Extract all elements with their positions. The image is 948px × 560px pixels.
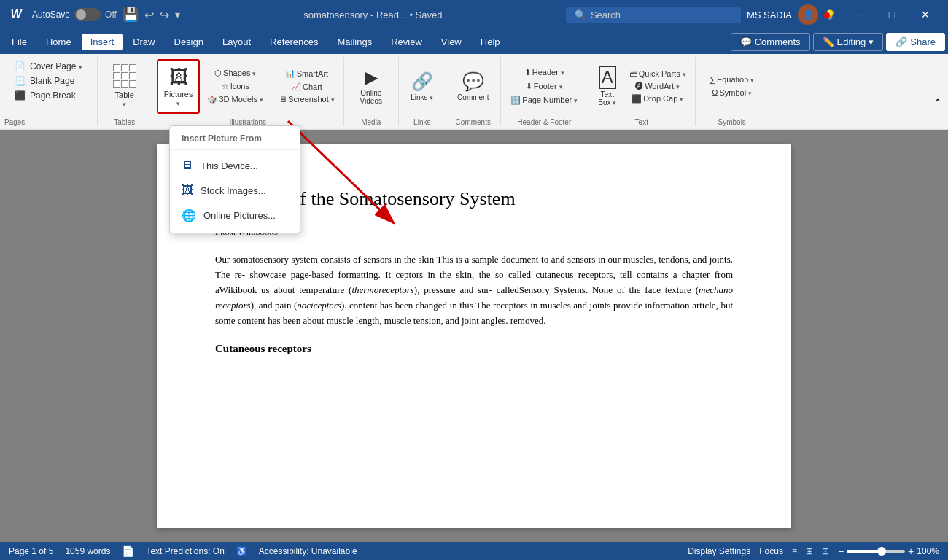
- zoom-level: 100%: [917, 546, 939, 556]
- zoom-minus[interactable]: −: [838, 545, 844, 557]
- search-input[interactable]: [591, 9, 722, 20]
- customize-icon[interactable]: ▾: [175, 9, 180, 20]
- share-button[interactable]: 🔗 Share: [886, 33, 945, 51]
- document-heading2: Cutaneous receptors: [215, 343, 733, 355]
- ribbon-collapse-button[interactable]: ⌃: [933, 97, 942, 109]
- minimize-button[interactable]: ─: [842, 0, 875, 29]
- redo-icon[interactable]: ↪: [160, 8, 169, 22]
- illustration-col: ⬡ Shapes ▾ ☆ Icons 🎲 3D Models ▾: [203, 67, 268, 106]
- notif-badge: [824, 12, 830, 18]
- avatar: 👤: [798, 4, 818, 25]
- zoom-slider-knob: [877, 547, 886, 556]
- footer-button[interactable]: ⬇ Footer ▾: [506, 80, 582, 93]
- display-settings[interactable]: Display Settings: [688, 546, 750, 556]
- comments-button[interactable]: 💬 Comments: [731, 33, 810, 51]
- header-button[interactable]: ⬆ Header ▾: [506, 66, 582, 79]
- menu-references[interactable]: References: [261, 34, 327, 50]
- smartart-button[interactable]: 📊 SmartArt: [274, 67, 339, 79]
- pictures-button[interactable]: 🖼 Pictures ▾: [157, 59, 201, 114]
- status-right: Display Settings Focus ≡ ⊞ ⊡ − + 100%: [688, 545, 939, 557]
- online-pictures-icon: 🌐: [182, 209, 196, 222]
- chart-button[interactable]: 📈 Chart: [274, 80, 339, 93]
- maximize-button[interactable]: □: [875, 0, 909, 29]
- links-icon: 🔗: [411, 71, 433, 92]
- ribbon-group-tables: Table ▾ Tables: [98, 57, 152, 126]
- screenshot-button[interactable]: 🖥 Screenshot ▾: [274, 93, 339, 105]
- close-button[interactable]: ✕: [909, 0, 942, 29]
- symbol-button[interactable]: Ω Symbol ▾: [705, 87, 758, 98]
- menu-insert[interactable]: Insert: [82, 34, 123, 50]
- menu-help[interactable]: Help: [472, 34, 509, 50]
- stock-images-icon: 🖼: [182, 184, 193, 197]
- online-videos-button[interactable]: ▶ OnlineVideos: [356, 61, 386, 112]
- menu-review[interactable]: Review: [382, 34, 431, 50]
- view-icon1[interactable]: ≡: [792, 546, 797, 556]
- links-button[interactable]: 🔗 Links ▾: [406, 61, 438, 112]
- text-label: Text: [635, 115, 648, 126]
- text-box-button[interactable]: A TextBox ▾: [593, 61, 622, 112]
- 3d-models-button[interactable]: 🎲 3D Models ▾: [203, 93, 268, 106]
- menu-design[interactable]: Design: [166, 34, 212, 50]
- page-break-button[interactable]: ⬛ Page Break: [10, 89, 87, 102]
- this-device-item[interactable]: 🖥 This Device...: [170, 153, 300, 178]
- menu-layout[interactable]: Layout: [214, 34, 260, 50]
- quick-parts-icon: 🗃: [629, 69, 637, 78]
- ribbon-group-links: 🔗 Links ▾ Links: [399, 57, 446, 126]
- tables-label: Tables: [114, 115, 135, 126]
- menu-mailings[interactable]: Mailings: [329, 34, 381, 50]
- drop-cap-icon: ⬛: [632, 94, 642, 104]
- comment-button[interactable]: 💬 Comment: [453, 61, 493, 112]
- page-number-button[interactable]: 🔢 Page Number ▾: [506, 94, 582, 106]
- smartart-icon: 📊: [285, 69, 295, 78]
- zoom-plus[interactable]: +: [908, 545, 914, 557]
- autosave-label: AutoSave: [32, 9, 70, 20]
- pages-buttons: 📄 Cover Page ▾ 📃 Blank Page ⬛ Page Break: [4, 57, 93, 105]
- blank-page-button[interactable]: 📃 Blank Page: [10, 74, 87, 88]
- menu-file[interactable]: File: [3, 34, 36, 50]
- zoom-slider[interactable]: [847, 550, 905, 553]
- zoom-bar: − + 100%: [838, 545, 939, 557]
- autosave-toggle[interactable]: [74, 8, 101, 21]
- save-icon[interactable]: 💾: [123, 7, 139, 23]
- equation-button[interactable]: ∑ Equation ▾: [705, 74, 758, 85]
- shapes-button[interactable]: ⬡ Shapes ▾: [203, 67, 268, 79]
- autosave-state: Off: [105, 9, 117, 20]
- illustration-col2: 📊 SmartArt 📈 Chart 🖥 Screenshot ▾: [274, 67, 339, 105]
- doc-title: somatosensory - Read... • Saved: [186, 9, 560, 20]
- focus-button[interactable]: Focus: [759, 546, 783, 556]
- page-number-icon: 🔢: [510, 96, 521, 105]
- ribbon-group-illustrations: 🖼 Pictures ▾ ⬡ Shapes ▾ ☆ Icons 🎲 3D Mod…: [152, 57, 344, 126]
- search-icon: 🔍: [575, 9, 586, 20]
- text-col: 🗃 Quick Parts ▾ 🅐 WordArt ▾ ⬛ Drop Cap ▾: [625, 68, 691, 105]
- menu-home[interactable]: Home: [37, 34, 80, 50]
- table-button[interactable]: Table ▾: [107, 57, 142, 115]
- symbols-label: Symbols: [718, 115, 746, 126]
- online-pictures-item[interactable]: 🌐 Online Pictures...: [170, 203, 300, 228]
- table-icon: [113, 64, 136, 88]
- wordart-button[interactable]: 🅐 WordArt ▾: [625, 80, 691, 92]
- menu-draw[interactable]: Draw: [124, 34, 163, 50]
- status-bar: Page 1 of 5 1059 words 📄 Text Prediction…: [0, 542, 948, 560]
- title-bar: W AutoSave Off 💾 ↩ ↪ ▾ somatosensory - R…: [0, 0, 948, 29]
- text-predictions[interactable]: Text Predictions: On: [146, 546, 224, 556]
- quick-parts-button[interactable]: 🗃 Quick Parts ▾: [625, 68, 691, 79]
- blank-page-icon: 📃: [15, 76, 26, 86]
- editing-button[interactable]: ✏️ Editing ▾: [813, 33, 884, 51]
- undo-icon[interactable]: ↩: [144, 8, 154, 22]
- cover-page-button[interactable]: 📄 Cover Page ▾: [10, 60, 87, 73]
- menu-view[interactable]: View: [432, 34, 470, 50]
- icons-button[interactable]: ☆ Icons: [203, 80, 268, 93]
- drop-cap-button[interactable]: ⬛ Drop Cap ▾: [625, 93, 691, 105]
- stock-images-item[interactable]: 🖼 Stock Images...: [170, 178, 300, 203]
- view-icon3[interactable]: ⊡: [822, 546, 829, 556]
- illustrations-label: Illustrations: [229, 115, 266, 126]
- notification-icon[interactable]: 💡: [824, 9, 836, 20]
- ribbon-group-media: ▶ OnlineVideos Media: [344, 57, 399, 126]
- accessibility-status: Accessibility: Unavailable: [259, 546, 357, 556]
- view-icon2[interactable]: ⊞: [806, 546, 813, 556]
- online-videos-icon: ▶: [365, 67, 378, 88]
- dropdown-header: Insert Picture From: [170, 131, 300, 150]
- search-bar-container: 🔍: [566, 7, 741, 23]
- cover-page-icon: 📄: [15, 61, 26, 71]
- symbol-icon: Ω: [712, 88, 718, 97]
